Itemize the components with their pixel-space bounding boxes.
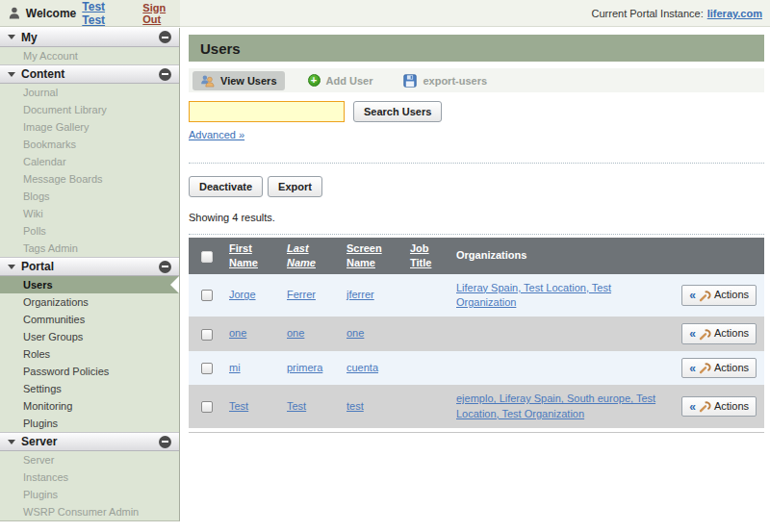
sidebar-section-content[interactable]: Content [0, 64, 179, 84]
sidebar-item-monitoring[interactable]: Monitoring [0, 397, 179, 415]
first-name-link[interactable]: mi [229, 362, 241, 373]
tab-label: View Users [220, 75, 277, 87]
column-job-title[interactable]: Job Title [406, 238, 452, 274]
sidebar-item-roles[interactable]: Roles [0, 345, 179, 363]
column-last-name[interactable]: Last Name [283, 238, 343, 274]
sidebar-item-communities[interactable]: Communities [0, 311, 179, 328]
tab-add-user[interactable]: + Add User [300, 71, 381, 89]
deactivate-button[interactable]: Deactivate [189, 176, 263, 197]
sidebar-item-message-boards[interactable]: Message Boards [0, 170, 179, 188]
first-name-link[interactable]: Test [229, 400, 248, 412]
sidebar-item-plugins[interactable]: Plugins [0, 415, 179, 432]
add-user-icon: + [308, 74, 321, 87]
first-name-link[interactable]: one [229, 327, 246, 339]
actions-label: Actions [714, 326, 749, 341]
sidebar-item-user-groups[interactable]: User Groups [0, 328, 179, 345]
tab-view-users[interactable]: View Users [192, 71, 285, 90]
column-label: Organizations [456, 249, 526, 261]
advanced-search-link[interactable]: Advanced » [189, 129, 244, 140]
sidebar-section-server[interactable]: Server [0, 432, 179, 451]
portal-instance-link[interactable]: liferay.com [707, 8, 762, 19]
chevrons-left-icon: « [689, 402, 696, 412]
sidebar-item-server[interactable]: Server [0, 451, 179, 469]
job-title-cell [406, 351, 452, 385]
organizations-cell [452, 317, 668, 350]
sign-out-link[interactable]: Sign Out [142, 2, 180, 25]
search-users-button[interactable]: Search Users [353, 101, 442, 122]
actions-button[interactable]: « Actions [681, 285, 757, 305]
last-name-link[interactable]: primera [287, 362, 322, 373]
welcome-area: Welcome Test Test Sign Out [0, 0, 180, 27]
sidebar-item-wiki[interactable]: Wiki [0, 205, 179, 222]
last-name-link[interactable]: Test [287, 400, 306, 412]
chevrons-left-icon: « [689, 291, 696, 300]
collapse-circle-icon[interactable] [159, 68, 171, 81]
users-table: First Name Last Name Screen Name Job Tit… [189, 238, 764, 428]
welcome-label: Welcome [26, 7, 76, 20]
sidebar-item-password-policies[interactable]: Password Policies [0, 363, 179, 380]
sidebar-item-instances[interactable]: Instances [0, 469, 179, 486]
tab-export-users[interactable]: export-users [396, 71, 495, 90]
last-name-link[interactable]: Ferrer [287, 289, 316, 300]
column-screen-name[interactable]: Screen Name [343, 238, 406, 274]
sidebar-item-organizations[interactable]: Organizations [0, 293, 179, 311]
job-title-cell [406, 274, 452, 317]
collapse-circle-icon[interactable] [159, 31, 171, 43]
first-name-link[interactable]: Jorge [229, 289, 256, 300]
sidebar-item-server-plugins[interactable]: Plugins [0, 486, 179, 503]
organizations-link[interactable]: Liferay Spain, Test Location, Test Organ… [456, 282, 611, 308]
collapse-circle-icon[interactable] [159, 261, 171, 273]
organizations-link[interactable]: ejemplo, Liferay Spain, South europe, Te… [456, 393, 655, 418]
sidebar-item-blogs[interactable]: Blogs [0, 188, 179, 205]
view-users-icon [200, 74, 215, 88]
sidebar-item-journal[interactable]: Journal [0, 84, 179, 101]
select-all-checkbox[interactable] [201, 251, 213, 263]
portal-instance-label: Current Portal Instance: [592, 8, 704, 19]
sidebar-item-bookmarks[interactable]: Bookmarks [0, 136, 179, 153]
current-user-link[interactable]: Test Test [82, 0, 123, 27]
sidebar-section-portal[interactable]: Portal [0, 257, 179, 276]
sidebar-section-title: My [21, 31, 153, 44]
chevrons-left-icon: « [689, 329, 696, 339]
screen-name-link[interactable]: cuenta [346, 362, 378, 373]
sidebar-item-calendar[interactable]: Calendar [0, 153, 179, 170]
job-title-cell [406, 317, 452, 350]
actions-button[interactable]: « Actions [681, 396, 757, 417]
row-checkbox[interactable] [201, 401, 213, 413]
collapse-circle-icon[interactable] [159, 436, 171, 448]
screen-name-link[interactable]: jferrer [346, 289, 374, 300]
top-bar: Welcome Test Test Sign Out Current Porta… [0, 0, 770, 27]
table-row: mi primera cuenta « Actions [189, 351, 764, 385]
table-row: Test Test test ejemplo, Liferay Spain, S… [189, 385, 764, 428]
sidebar-section-title: Content [21, 67, 153, 81]
caret-down-icon [8, 440, 15, 444]
sidebar-item-settings[interactable]: Settings [0, 380, 179, 397]
column-first-name[interactable]: First Name [225, 238, 283, 274]
column-label: Screen Name [346, 242, 382, 268]
sidebar-item-wsrp-consumer-admin[interactable]: WSRP Consumer Admin [0, 503, 179, 520]
screen-name-link[interactable]: test [346, 400, 364, 412]
row-checkbox[interactable] [201, 290, 213, 301]
table-bottom-rule [189, 432, 764, 433]
sidebar-item-document-library[interactable]: Document Library [0, 101, 179, 118]
screen-name-link[interactable]: one [346, 327, 364, 339]
actions-button[interactable]: « Actions [681, 323, 757, 343]
sidebar-item-my-account[interactable]: My Account [0, 47, 179, 64]
last-name-link[interactable]: one [287, 327, 304, 339]
wrench-icon [699, 328, 711, 341]
header-checkbox-cell [189, 238, 225, 274]
sidebar-item-polls[interactable]: Polls [0, 222, 179, 240]
export-button[interactable]: Export [268, 176, 322, 197]
sidebar-item-users[interactable]: Users [0, 276, 179, 293]
search-row: Search Users [189, 101, 764, 122]
table-header-row: First Name Last Name Screen Name Job Tit… [189, 238, 764, 274]
row-checkbox[interactable] [201, 363, 213, 374]
sidebar-item-image-gallery[interactable]: Image Gallery [0, 118, 179, 136]
caret-down-icon [8, 35, 15, 39]
sidebar-section-my[interactable]: My [0, 28, 179, 47]
sidebar-item-tags-admin[interactable]: Tags Admin [0, 240, 179, 257]
row-checkbox[interactable] [201, 329, 213, 341]
search-input[interactable] [189, 101, 345, 122]
actions-button[interactable]: « Actions [681, 358, 757, 378]
column-organizations: Organizations [452, 238, 668, 274]
